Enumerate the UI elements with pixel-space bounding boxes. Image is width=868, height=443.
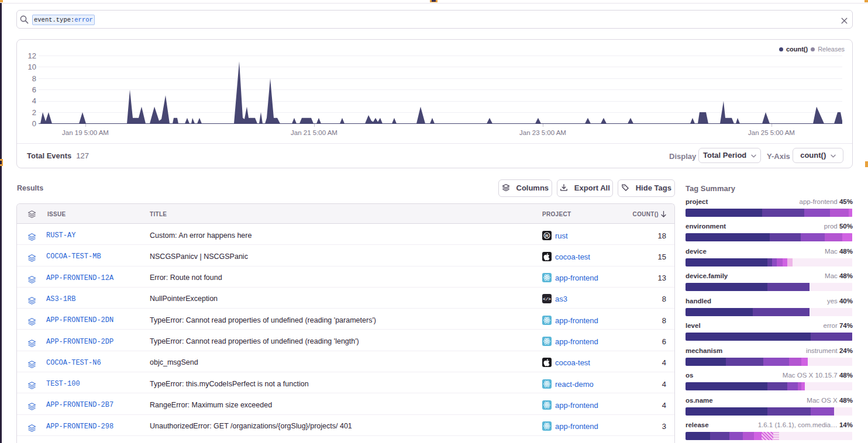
svg-text:R: R xyxy=(545,233,549,238)
svg-text:</>: </> xyxy=(543,297,551,302)
